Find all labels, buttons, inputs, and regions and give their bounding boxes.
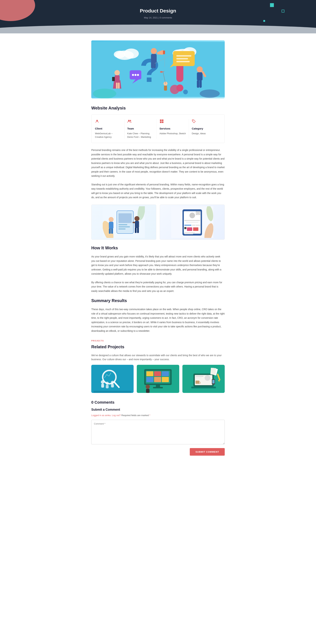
category-card: Category Design, Ideas [189, 119, 221, 139]
intro-text-2: Standing out is just one of the signific… [91, 182, 225, 200]
svg-rect-108 [146, 371, 153, 376]
logged-in-link[interactable]: Logged in as amka. [91, 414, 111, 416]
tag-icon [192, 119, 218, 125]
svg-rect-29 [116, 82, 118, 88]
col-image-right-inner [160, 205, 225, 240]
required-mark: * [149, 414, 150, 416]
svg-rect-63 [118, 228, 125, 230]
svg-rect-51 [160, 120, 162, 121]
team-icon [127, 119, 154, 125]
svg-point-44 [160, 71, 163, 73]
svg-point-48 [96, 120, 98, 121]
svg-rect-14 [176, 61, 190, 62]
svg-rect-25 [163, 50, 165, 54]
required-text: Required fields are marked [121, 414, 149, 416]
svg-rect-84 [187, 228, 192, 231]
svg-rect-52 [162, 120, 163, 121]
svg-rect-113 [162, 377, 169, 382]
svg-rect-123 [195, 378, 202, 378]
two-col-images [91, 204, 225, 240]
svg-rect-104 [94, 391, 131, 393]
svg-rect-13 [176, 58, 188, 60]
related-item-3[interactable] [182, 365, 225, 393]
submit-comment-button[interactable]: SUBMIT COMMENT [190, 448, 225, 456]
svg-point-43 [200, 90, 220, 98]
svg-rect-80 [186, 222, 198, 223]
svg-point-42 [93, 88, 116, 98]
svg-rect-130 [191, 386, 216, 388]
svg-rect-60 [118, 213, 132, 223]
svg-rect-112 [154, 377, 161, 382]
svg-point-18 [134, 74, 136, 76]
svg-point-99 [111, 381, 114, 384]
logged-in-text: Logged in as amka. Log out? Required fie… [91, 414, 225, 417]
comments-count-heading: 0 Comments [91, 399, 225, 406]
hero-illustration: ? [91, 40, 225, 98]
svg-point-68 [134, 216, 139, 221]
svg-point-20 [151, 48, 157, 54]
svg-point-117 [146, 385, 150, 389]
person-icon [95, 119, 121, 125]
svg-point-17 [132, 74, 134, 76]
svg-rect-21 [151, 54, 157, 62]
svg-point-55 [193, 120, 193, 121]
svg-rect-61 [118, 224, 127, 225]
svg-rect-31 [112, 77, 115, 81]
svg-point-19 [137, 74, 139, 76]
svg-rect-62 [118, 226, 130, 228]
summary-section: Summary Results These days, much of this… [91, 297, 225, 333]
comment-textarea[interactable] [91, 420, 225, 444]
wave-divider [0, 30, 316, 34]
svg-rect-81 [184, 225, 191, 226]
svg-rect-115 [153, 387, 163, 388]
log-out-link[interactable]: Log out? [112, 414, 121, 416]
related-item-2[interactable] [137, 365, 179, 393]
category-value: Design, Ideas [192, 132, 218, 135]
svg-point-2 [124, 48, 139, 58]
svg-rect-129 [212, 380, 214, 384]
svg-rect-70 [135, 228, 137, 233]
svg-point-78 [189, 212, 195, 218]
related-item-1[interactable] [91, 365, 134, 393]
svg-rect-22 [151, 62, 153, 68]
svg-rect-12 [176, 55, 192, 56]
team-value: Kate Chee – Planning Denis Ford – Market… [127, 132, 154, 139]
client-label: Client [95, 126, 121, 131]
svg-rect-86 [184, 227, 186, 229]
svg-point-41 [183, 90, 188, 94]
summary-text: These days, much of this two-way communi… [91, 307, 225, 333]
svg-rect-126 [210, 368, 216, 375]
related-description: We've designed a culture that allows our… [91, 353, 225, 361]
svg-point-124 [205, 375, 210, 381]
svg-rect-67 [111, 228, 113, 234]
svg-point-40 [170, 85, 179, 94]
website-analysis-heading: Website Analysis [91, 105, 225, 112]
svg-rect-23 [153, 62, 156, 68]
svg-rect-83 [196, 225, 200, 226]
col-image-left [91, 204, 156, 240]
summary-heading: Summary Results [91, 297, 225, 304]
svg-rect-96 [101, 384, 104, 388]
svg-text:?: ? [140, 52, 160, 89]
team-card: Team Kate Chee – Planning Denis Ford – M… [124, 119, 157, 139]
svg-rect-91 [184, 234, 193, 234]
svg-rect-122 [195, 376, 203, 377]
svg-rect-79 [184, 220, 200, 221]
svg-rect-85 [193, 228, 198, 231]
svg-rect-109 [154, 371, 161, 376]
how-it-works-text-1: As your brand grows and you gain more vi… [91, 254, 225, 276]
svg-rect-114 [156, 385, 160, 387]
svg-rect-127 [195, 380, 199, 384]
svg-point-35 [197, 66, 203, 72]
svg-rect-110 [162, 371, 169, 376]
svg-rect-65 [109, 222, 113, 229]
main-content: ? [88, 34, 228, 466]
svg-rect-98 [106, 385, 109, 388]
svg-rect-90 [184, 232, 195, 233]
svg-point-26 [114, 70, 120, 75]
svg-rect-66 [109, 228, 111, 234]
svg-rect-37 [197, 80, 199, 88]
related-projects-heading: Related Projects [91, 344, 225, 350]
svg-point-50 [130, 120, 131, 121]
header-icon-square [270, 3, 274, 7]
